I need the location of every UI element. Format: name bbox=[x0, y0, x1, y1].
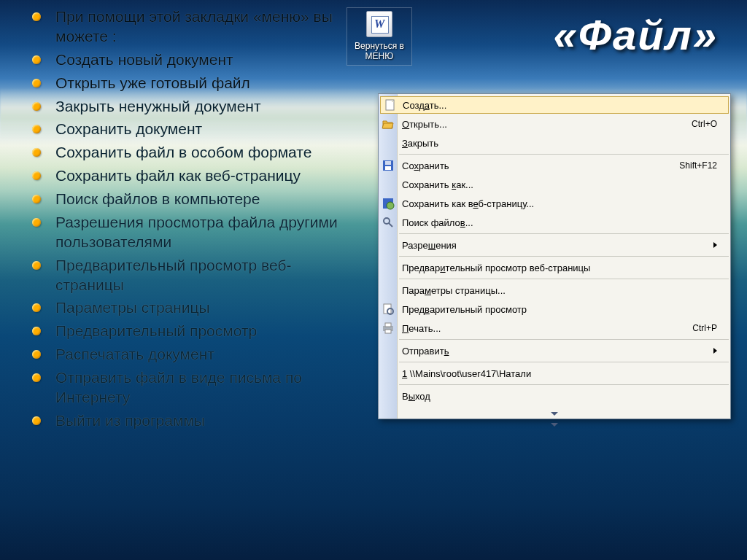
menu-item[interactable]: Открыть...Ctrl+O bbox=[379, 114, 730, 133]
menu-item-label: Отправить bbox=[402, 346, 713, 357]
list-item: Поиск файлов в компьютере bbox=[26, 190, 340, 209]
list-item: Предварительный просмотр bbox=[26, 322, 340, 341]
menu-separator bbox=[399, 384, 729, 385]
menu-item-shortcut: Ctrl+P bbox=[685, 323, 717, 333]
menu-item-label: Выход bbox=[402, 391, 717, 402]
open-icon bbox=[382, 117, 395, 131]
list-item: Открыть уже готовый файл bbox=[26, 74, 340, 93]
print-icon bbox=[382, 322, 395, 335]
chevron-down-icon bbox=[551, 423, 558, 427]
menu-item[interactable]: Параметры страницы... bbox=[379, 281, 730, 300]
menu-separator bbox=[399, 362, 729, 362]
save-icon bbox=[382, 159, 395, 172]
menu-separator bbox=[399, 233, 729, 234]
menu-item-label: Поиск файлов... bbox=[402, 217, 717, 228]
menu-separator bbox=[399, 339, 729, 340]
menu-item[interactable]: Поиск файлов... bbox=[379, 213, 730, 232]
svg-point-6 bbox=[384, 218, 390, 224]
svg-point-5 bbox=[387, 202, 394, 209]
menu-item-label: Параметры страницы... bbox=[402, 285, 717, 296]
list-item: Выйти из программы bbox=[26, 411, 340, 431]
menu-item[interactable]: Печать...Ctrl+P bbox=[379, 319, 730, 338]
list-item: Отправить файл в виде письма по Интернет… bbox=[26, 368, 340, 408]
bullet-list: При помощи этой закладки «меню» вы может… bbox=[26, 7, 340, 435]
preview-icon bbox=[382, 303, 395, 316]
menu-separator bbox=[399, 154, 729, 155]
submenu-arrow-icon bbox=[713, 348, 717, 354]
menu-item-label: Разрешения bbox=[402, 240, 713, 251]
menu-item-label: Предварительный просмотр bbox=[402, 304, 717, 315]
list-item: Сохранить файл как веб-страницу bbox=[26, 166, 340, 186]
list-item: Закрыть ненужный документ bbox=[26, 97, 340, 117]
back-to-menu-button[interactable]: Вернуться в МЕНЮ bbox=[347, 7, 412, 66]
back-to-menu-label: Вернуться в МЕНЮ bbox=[349, 41, 410, 62]
svg-rect-11 bbox=[385, 323, 391, 327]
menu-separator bbox=[399, 279, 729, 279]
list-item: Сохранить файл в особом формате bbox=[26, 143, 340, 163]
list-item: Предварительный просмотр веб-страницы bbox=[26, 256, 340, 295]
submenu-arrow-icon bbox=[713, 242, 717, 248]
list-item: Сохранить документ bbox=[26, 120, 340, 139]
menu-item[interactable]: Выход bbox=[379, 386, 730, 405]
menu-item-label: Сохранить bbox=[402, 160, 672, 171]
list-item: При помощи этой закладки «меню» вы может… bbox=[26, 7, 340, 47]
svg-rect-12 bbox=[385, 330, 391, 333]
menu-item-shortcut: Shift+F12 bbox=[672, 160, 717, 171]
menu-item-label: Закрыть bbox=[402, 138, 717, 149]
svg-rect-2 bbox=[385, 161, 391, 165]
menu-item-label: Открыть... bbox=[402, 119, 684, 130]
word-document-icon bbox=[366, 11, 392, 37]
chevron-down-icon bbox=[551, 412, 558, 416]
menu-item[interactable]: Создать... bbox=[380, 96, 729, 114]
menu-item-shortcut: Ctrl+O bbox=[684, 119, 717, 129]
slide-stage: «Файл» Вернуться в МЕНЮ При помощи этой … bbox=[0, 0, 747, 560]
menu-item[interactable]: Закрыть bbox=[379, 133, 730, 152]
new-icon bbox=[384, 98, 397, 112]
menu-item[interactable]: 1 \\Mains\root\user417\Натали bbox=[379, 364, 730, 383]
menu-item-label: Создать... bbox=[403, 100, 715, 111]
list-item: Создать новый документ bbox=[26, 50, 340, 70]
menu-expand-button[interactable] bbox=[379, 407, 730, 419]
file-menu-panel: Создать...Открыть...Ctrl+OЗакрытьСохрани… bbox=[378, 93, 731, 419]
menu-item[interactable]: Сохранить как веб-страницу... bbox=[379, 194, 730, 213]
svg-line-7 bbox=[389, 223, 392, 227]
list-item: Параметры страницы bbox=[26, 298, 340, 318]
web-icon bbox=[382, 197, 395, 210]
menu-item[interactable]: Сохранить как... bbox=[379, 175, 730, 194]
list-item: Разрешения просмотра файла другими польз… bbox=[26, 213, 340, 252]
menu-item[interactable]: Предварительный просмотр веб-страницы bbox=[379, 258, 730, 277]
menu-item[interactable]: СохранитьShift+F12 bbox=[379, 156, 730, 175]
menu-item[interactable]: Предварительный просмотр bbox=[379, 300, 730, 319]
menu-item-label: Сохранить как веб-страницу... bbox=[402, 198, 717, 209]
menu-item[interactable]: Разрешения bbox=[379, 236, 730, 254]
menu-item-label: Печать... bbox=[402, 323, 685, 334]
menu-item[interactable]: Отправить bbox=[379, 341, 730, 360]
list-item: Распечатать документ bbox=[26, 345, 340, 365]
menu-item-label: 1 \\Mains\root\user417\Натали bbox=[402, 368, 717, 379]
search-icon bbox=[382, 216, 395, 229]
svg-rect-3 bbox=[385, 166, 391, 170]
menu-items-container: Создать...Открыть...Ctrl+OЗакрытьСохрани… bbox=[379, 94, 730, 407]
menu-separator bbox=[399, 256, 729, 257]
menu-item-label: Сохранить как... bbox=[402, 179, 717, 190]
slide-title: «Файл» bbox=[553, 10, 718, 59]
menu-item-label: Предварительный просмотр веб-страницы bbox=[402, 262, 717, 273]
